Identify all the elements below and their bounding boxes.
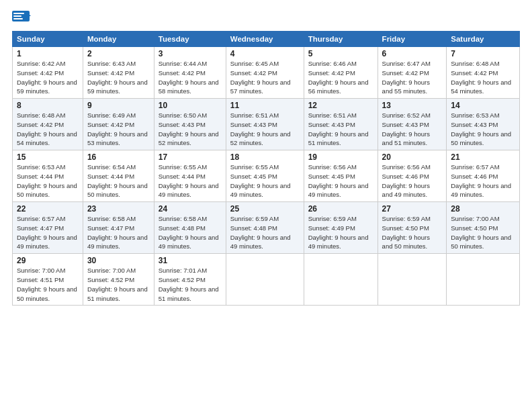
day-number: 29	[17, 256, 79, 265]
day-cell: 14Sunrise: 6:53 AMSunset: 4:43 PMDayligh…	[447, 99, 520, 150]
day-info: Sunrise: 7:00 AMSunset: 4:51 PMDaylight:…	[17, 267, 77, 302]
day-number: 14	[451, 101, 515, 110]
day-cell	[226, 254, 304, 306]
week-row-1: 1Sunrise: 6:42 AMSunset: 4:42 PMDaylight…	[13, 47, 520, 99]
day-number: 16	[87, 152, 150, 162]
day-number: 9	[87, 101, 150, 110]
day-number: 23	[87, 204, 150, 214]
col-header-saturday: Saturday	[447, 32, 520, 47]
calendar-table: SundayMondayTuesdayWednesdayThursdayFrid…	[12, 31, 520, 306]
day-cell: 3Sunrise: 6:44 AMSunset: 4:42 PMDaylight…	[154, 47, 226, 99]
day-info: Sunrise: 6:48 AMSunset: 4:42 PMDaylight:…	[17, 111, 77, 146]
day-number: 13	[382, 101, 443, 110]
day-number: 10	[159, 101, 222, 110]
day-cell: 7Sunrise: 6:48 AMSunset: 4:42 PMDaylight…	[447, 47, 520, 99]
day-cell: 23Sunrise: 6:58 AMSunset: 4:47 PMDayligh…	[83, 202, 154, 254]
day-info: Sunrise: 6:51 AMSunset: 4:43 PMDaylight:…	[230, 111, 291, 146]
day-info: Sunrise: 6:59 AMSunset: 4:48 PMDaylight:…	[230, 215, 291, 250]
day-info: Sunrise: 6:53 AMSunset: 4:44 PMDaylight:…	[17, 163, 77, 198]
day-number: 18	[230, 152, 300, 162]
day-number: 25	[230, 204, 300, 214]
day-number: 5	[308, 49, 373, 58]
day-cell: 19Sunrise: 6:56 AMSunset: 4:45 PMDayligh…	[304, 150, 378, 202]
day-info: Sunrise: 6:43 AMSunset: 4:42 PMDaylight:…	[87, 60, 148, 95]
day-number: 8	[17, 101, 79, 110]
day-cell: 25Sunrise: 6:59 AMSunset: 4:48 PMDayligh…	[226, 202, 304, 254]
col-header-sunday: Sunday	[13, 32, 83, 47]
svg-rect-2	[13, 13, 24, 14]
day-number: 31	[159, 256, 222, 265]
day-info: Sunrise: 6:55 AMSunset: 4:45 PMDaylight:…	[230, 163, 291, 198]
day-cell: 8Sunrise: 6:48 AMSunset: 4:42 PMDaylight…	[13, 99, 83, 150]
day-cell: 13Sunrise: 6:52 AMSunset: 4:43 PMDayligh…	[378, 99, 447, 150]
day-number: 11	[230, 101, 300, 110]
day-cell: 9Sunrise: 6:49 AMSunset: 4:42 PMDaylight…	[83, 99, 154, 150]
day-number: 22	[17, 204, 79, 214]
week-row-3: 15Sunrise: 6:53 AMSunset: 4:44 PMDayligh…	[13, 150, 520, 202]
day-cell: 1Sunrise: 6:42 AMSunset: 4:42 PMDaylight…	[13, 47, 83, 99]
day-number: 27	[382, 204, 443, 214]
day-cell: 12Sunrise: 6:51 AMSunset: 4:43 PMDayligh…	[304, 99, 378, 150]
col-header-monday: Monday	[83, 32, 154, 47]
col-header-tuesday: Tuesday	[154, 32, 226, 47]
day-info: Sunrise: 7:00 AMSunset: 4:52 PMDaylight:…	[87, 267, 148, 302]
day-number: 20	[382, 152, 443, 162]
day-cell: 17Sunrise: 6:55 AMSunset: 4:44 PMDayligh…	[154, 150, 226, 202]
logo-icon	[12, 11, 31, 26]
day-info: Sunrise: 6:48 AMSunset: 4:42 PMDaylight:…	[451, 60, 511, 95]
day-number: 4	[230, 49, 300, 58]
svg-rect-3	[13, 15, 21, 17]
day-number: 30	[87, 256, 150, 265]
day-cell: 16Sunrise: 6:54 AMSunset: 4:44 PMDayligh…	[83, 150, 154, 202]
day-cell: 15Sunrise: 6:53 AMSunset: 4:44 PMDayligh…	[13, 150, 83, 202]
day-number: 17	[159, 152, 222, 162]
day-info: Sunrise: 6:44 AMSunset: 4:42 PMDaylight:…	[159, 60, 219, 95]
day-number: 3	[159, 49, 222, 58]
day-cell: 4Sunrise: 6:45 AMSunset: 4:42 PMDaylight…	[226, 47, 304, 99]
day-info: Sunrise: 6:56 AMSunset: 4:46 PMDaylight:…	[382, 163, 431, 198]
day-number: 1	[17, 49, 79, 58]
header	[12, 11, 520, 26]
day-cell	[447, 254, 520, 306]
col-header-wednesday: Wednesday	[226, 32, 304, 47]
day-info: Sunrise: 6:57 AMSunset: 4:46 PMDaylight:…	[451, 163, 511, 198]
day-number: 19	[308, 152, 373, 162]
day-info: Sunrise: 6:56 AMSunset: 4:45 PMDaylight:…	[308, 163, 369, 198]
day-cell: 11Sunrise: 6:51 AMSunset: 4:43 PMDayligh…	[226, 99, 304, 150]
col-header-friday: Friday	[378, 32, 447, 47]
day-number: 15	[17, 152, 79, 162]
day-number: 12	[308, 101, 373, 110]
week-row-2: 8Sunrise: 6:48 AMSunset: 4:42 PMDaylight…	[13, 99, 520, 150]
day-cell: 22Sunrise: 6:57 AMSunset: 4:47 PMDayligh…	[13, 202, 83, 254]
day-cell: 10Sunrise: 6:50 AMSunset: 4:43 PMDayligh…	[154, 99, 226, 150]
day-cell: 2Sunrise: 6:43 AMSunset: 4:42 PMDaylight…	[83, 47, 154, 99]
day-cell: 29Sunrise: 7:00 AMSunset: 4:51 PMDayligh…	[13, 254, 83, 306]
day-info: Sunrise: 6:45 AMSunset: 4:42 PMDaylight:…	[230, 60, 291, 95]
day-cell: 30Sunrise: 7:00 AMSunset: 4:52 PMDayligh…	[83, 254, 154, 306]
day-info: Sunrise: 6:59 AMSunset: 4:50 PMDaylight:…	[382, 215, 431, 250]
day-number: 26	[308, 204, 373, 214]
day-cell: 31Sunrise: 7:01 AMSunset: 4:52 PMDayligh…	[154, 254, 226, 306]
day-cell: 5Sunrise: 6:46 AMSunset: 4:42 PMDaylight…	[304, 47, 378, 99]
week-row-5: 29Sunrise: 7:00 AMSunset: 4:51 PMDayligh…	[13, 254, 520, 306]
day-info: Sunrise: 6:58 AMSunset: 4:47 PMDaylight:…	[87, 215, 148, 250]
day-info: Sunrise: 6:51 AMSunset: 4:43 PMDaylight:…	[308, 111, 369, 146]
day-info: Sunrise: 6:47 AMSunset: 4:42 PMDaylight:…	[382, 60, 431, 95]
day-cell: 28Sunrise: 7:00 AMSunset: 4:50 PMDayligh…	[447, 202, 520, 254]
day-info: Sunrise: 6:59 AMSunset: 4:49 PMDaylight:…	[308, 215, 369, 250]
day-cell: 18Sunrise: 6:55 AMSunset: 4:45 PMDayligh…	[226, 150, 304, 202]
col-header-thursday: Thursday	[304, 32, 378, 47]
day-number: 21	[451, 152, 515, 162]
day-cell	[378, 254, 447, 306]
day-info: Sunrise: 6:49 AMSunset: 4:42 PMDaylight:…	[87, 111, 148, 146]
day-cell: 26Sunrise: 6:59 AMSunset: 4:49 PMDayligh…	[304, 202, 378, 254]
day-info: Sunrise: 6:52 AMSunset: 4:43 PMDaylight:…	[382, 111, 431, 146]
day-cell: 27Sunrise: 6:59 AMSunset: 4:50 PMDayligh…	[378, 202, 447, 254]
day-info: Sunrise: 6:50 AMSunset: 4:43 PMDaylight:…	[159, 111, 219, 146]
svg-rect-4	[13, 18, 23, 19]
header-row: SundayMondayTuesdayWednesdayThursdayFrid…	[13, 32, 520, 47]
day-number: 7	[451, 49, 515, 58]
day-info: Sunrise: 6:55 AMSunset: 4:44 PMDaylight:…	[159, 163, 219, 198]
day-info: Sunrise: 6:42 AMSunset: 4:42 PMDaylight:…	[17, 60, 77, 95]
day-info: Sunrise: 7:00 AMSunset: 4:50 PMDaylight:…	[451, 215, 511, 250]
